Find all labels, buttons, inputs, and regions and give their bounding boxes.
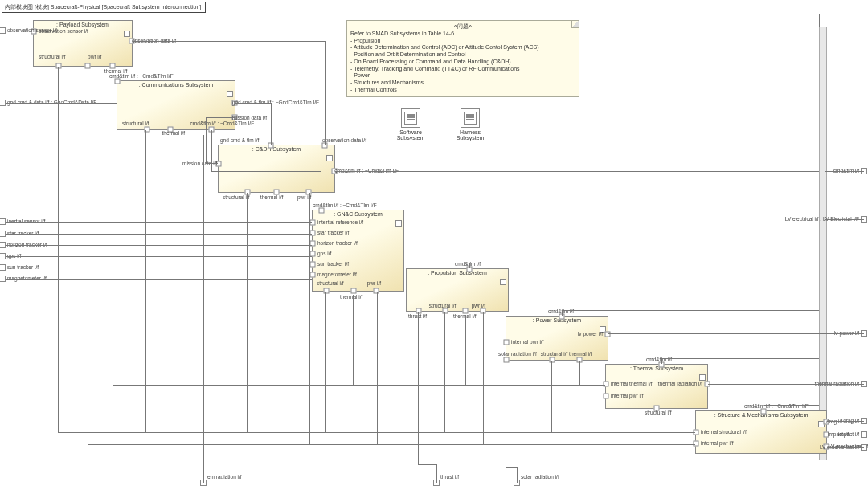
boundary-port[interactable] [0,27,6,34]
port-label: structural i/f [645,410,672,416]
port-label: star tracker i/f [317,231,349,236]
connector [418,464,436,465]
connector [551,361,552,432]
connector [436,464,437,483]
block-thermal[interactable]: cmd&tlm i/f : Thermal Subsystem internal… [605,364,708,409]
connector [825,219,864,220]
connector [827,435,864,435]
connector [825,171,864,172]
bus-rail [819,27,827,460]
package-icon [401,108,420,128]
port[interactable] [310,272,316,278]
icon-label: Harness Subsystem [446,129,494,141]
connector [276,193,276,385]
port[interactable] [115,79,121,84]
port[interactable] [310,262,316,268]
boundary-port[interactable] [0,264,6,271]
boundary-label: solar radiation i/f [521,475,559,480]
block-structure[interactable]: cmd&tlm i/f : ~Cmd&Tlm I/F : Structure &… [695,410,827,454]
connector [133,41,326,42]
port-label: intertial reference i/f [317,220,363,226]
connector [562,310,819,311]
port-label: internal pwr i/f [701,440,733,446]
connector [335,171,819,172]
note-line: - Telemetry, Tracking and Command (TT&C)… [350,66,575,73]
connector [506,467,517,468]
connector [661,358,662,364]
boundary-port[interactable] [0,242,6,248]
port[interactable] [310,231,316,236]
connector [113,385,605,386]
block-title: : Thermal Subsystem [606,365,707,372]
boundary-port[interactable] [0,231,6,237]
connector [206,117,207,163]
block-gnc[interactable]: cmd&tlm i/f : ~Cmd&Tlm I/F : GN&C Subsys… [312,210,404,292]
software-subsystem-icon[interactable]: Software Subsystem [387,108,435,141]
connector [517,467,518,483]
block-title: : Power Subsystem [506,317,608,324]
boundary-label: thrust i/f [440,475,459,480]
connector [819,14,820,27]
port-label: structural i/f [541,352,568,357]
connector [657,409,657,432]
port[interactable] [504,340,510,345]
block-title: : GN&C Subsystem [313,210,403,218]
connector [145,130,146,432]
boundary-port[interactable] [0,218,6,225]
block-power[interactable]: cmd&tlm i/f : Power Subsystem lv power i… [506,316,608,361]
connector [6,31,33,31]
connector [211,130,212,171]
connector [418,312,419,464]
connector [321,171,321,210]
port-label: pwr i/f [367,281,381,287]
block-title: : Communications Subsystem [117,81,235,88]
block-propulsion[interactable]: cmd&tlm i/f : Propulsion Subsystem thrus… [406,268,509,312]
part-icon [227,91,233,97]
note-line: - Position and Orbit Determination and C… [350,51,575,59]
connector [469,263,470,268]
port-label: structural i/f [39,55,66,60]
block-communications[interactable]: cmd&tlm i/f : ~Cmd&Tlm I/F : Communicati… [117,80,235,130]
boundary-port[interactable] [0,253,6,259]
package-icon [461,108,480,128]
note-line: Refer to SMAD Subsystems in Table 14-6 [350,31,575,38]
connector [827,421,864,422]
boundary-port[interactable] [0,100,6,106]
note-stereo: «问题» [350,23,575,31]
connector [117,14,819,14]
block-cdh[interactable]: : C&DH Subsystem gnd cmd & tlm i/f obser… [218,145,335,193]
diagram-canvas: 内部模块图 [模块] Spacecraft-Physical [Spacecra… [0,0,868,486]
part-icon [395,220,402,227]
port-label: lv power i/f [578,331,603,337]
connector [326,41,326,145]
port[interactable] [504,357,510,363]
port-label: internal structural i/f [701,430,747,435]
port[interactable] [604,393,609,398]
port-label: sun tracker i/f [317,262,349,268]
connector [326,292,326,432]
port-label: internal thermal i/f [611,382,653,387]
harness-subsystem-icon[interactable]: Harness Subsystem [446,108,494,141]
connector [58,432,695,433]
note-line: - Propulsion [350,38,575,45]
connector [88,444,695,445]
connector [211,171,321,172]
connector [235,103,271,104]
port[interactable] [350,288,356,294]
connector [117,14,117,80]
boundary-port[interactable] [0,276,6,282]
port-label: structural i/f [122,121,149,127]
port-label: thermal i/f [340,295,363,300]
port-label: structural i/f [317,281,344,287]
port-label: gps i/f [317,251,331,257]
connector [88,67,88,444]
port-label: gnd cmd & tlm i/f [220,138,259,144]
port[interactable] [310,220,316,226]
port-label: drag i/f [826,419,842,425]
connector [562,310,563,316]
port-label: thermal radiation i/f [658,382,702,387]
note-line: - Thermal Controls [350,87,575,94]
connector [6,256,312,257]
port-label: thermal i/f [162,131,185,137]
port[interactable] [319,208,325,214]
